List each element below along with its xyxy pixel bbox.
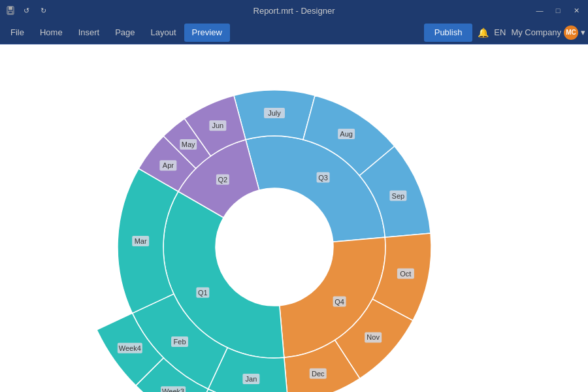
company-name: My Company bbox=[511, 27, 561, 37]
svg-text:Week4: Week4 bbox=[119, 344, 141, 352]
svg-text:Q3: Q3 bbox=[318, 174, 328, 182]
svg-text:Nov: Nov bbox=[367, 333, 380, 341]
svg-text:Week3: Week3 bbox=[162, 387, 184, 392]
svg-text:Oct: Oct bbox=[400, 270, 411, 278]
svg-text:Dec: Dec bbox=[312, 370, 325, 378]
svg-text:Aug: Aug bbox=[340, 130, 353, 138]
user-menu[interactable]: My Company MC ▾ bbox=[511, 25, 585, 40]
svg-text:Apr: Apr bbox=[163, 161, 174, 169]
save-icon[interactable] bbox=[5, 5, 16, 16]
language-selector[interactable]: EN bbox=[494, 27, 506, 37]
svg-point-43 bbox=[216, 188, 333, 306]
redo-button[interactable]: ↻ bbox=[37, 4, 50, 17]
undo-button[interactable]: ↺ bbox=[20, 4, 33, 17]
svg-rect-1 bbox=[8, 7, 12, 10]
svg-text:Q2: Q2 bbox=[218, 176, 228, 184]
svg-text:Mar: Mar bbox=[135, 237, 147, 245]
svg-text:Jun: Jun bbox=[212, 122, 223, 129]
maximize-button[interactable]: □ bbox=[551, 4, 564, 17]
header-right: Publish 🔔 EN My Company MC ▾ bbox=[424, 24, 585, 42]
svg-text:July: July bbox=[268, 109, 281, 117]
menu-insert[interactable]: Insert bbox=[71, 24, 108, 42]
menu-preview[interactable]: Preview bbox=[184, 24, 230, 42]
svg-text:Feb: Feb bbox=[174, 338, 186, 346]
menu-bar: File Home Insert Page Layout Preview Pub… bbox=[0, 21, 588, 44]
title-bar: ↺ ↻ Report.mrt - Designer — □ ✕ bbox=[0, 0, 588, 21]
menu-layout[interactable]: Layout bbox=[143, 24, 184, 42]
user-dropdown-icon: ▾ bbox=[581, 27, 585, 37]
menu-page[interactable]: Page bbox=[107, 24, 142, 42]
sunburst-svg: Q3Q4Q1Q2JulyAugSepOctNovDecJanWeek1Week2… bbox=[39, 80, 536, 392]
user-avatar: MC bbox=[564, 25, 578, 40]
svg-text:Q4: Q4 bbox=[335, 298, 344, 306]
minimize-button[interactable]: — bbox=[533, 4, 546, 17]
publish-button[interactable]: Publish bbox=[424, 24, 473, 42]
menu-home[interactable]: Home bbox=[32, 24, 71, 42]
window-title: Report.mrt - Designer bbox=[253, 6, 335, 16]
menu-file[interactable]: File bbox=[3, 24, 32, 42]
title-bar-left: ↺ ↻ bbox=[5, 4, 50, 17]
bell-icon[interactable]: 🔔 bbox=[478, 27, 489, 38]
close-button[interactable]: ✕ bbox=[570, 4, 583, 17]
svg-text:May: May bbox=[182, 140, 195, 148]
title-bar-right: — □ ✕ bbox=[533, 4, 583, 17]
main-content: Q3Q4Q1Q2JulyAugSepOctNovDecJanWeek1Week2… bbox=[0, 44, 588, 392]
svg-rect-2 bbox=[8, 11, 12, 14]
svg-text:Sep: Sep bbox=[392, 192, 405, 200]
svg-text:Jan: Jan bbox=[246, 375, 257, 383]
svg-text:Q1: Q1 bbox=[198, 289, 208, 297]
